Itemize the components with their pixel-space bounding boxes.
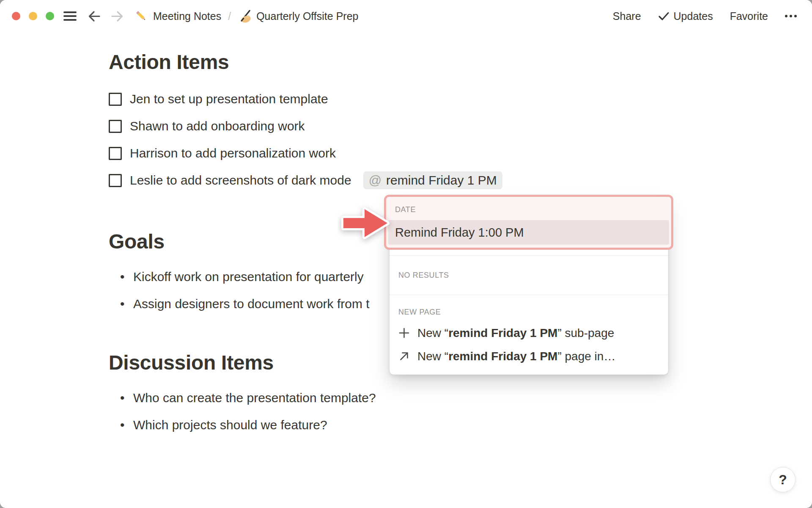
todo-checkbox[interactable]: [109, 147, 122, 160]
todo-checkbox[interactable]: [109, 93, 122, 106]
todo-item: Harrison to add personalization work: [109, 140, 812, 167]
no-results-section: NO RESULTS: [390, 256, 668, 295]
todo-item: Shawn to add onboarding work: [109, 113, 812, 140]
breadcrumb-item-quarterly-offsite-prep[interactable]: Quarterly Offsite Prep: [238, 9, 358, 23]
todo-text: Harrison to add personalization work: [130, 146, 336, 160]
list-item-text: Kickoff work on presentation for quarter…: [133, 270, 364, 284]
app-window: Meeting Notes / Quarterly Offsite Prep S…: [0, 0, 812, 508]
todo-checkbox[interactable]: [109, 174, 122, 187]
date-section-label: DATE: [388, 199, 669, 220]
list-item-text: Assign designers to document work from t: [133, 297, 370, 311]
more-dots-icon: [785, 15, 787, 17]
forward-button[interactable]: [110, 11, 124, 22]
todo-text: Leslie to add screenshots of dark mode: [130, 173, 351, 188]
help-button[interactable]: ?: [770, 467, 796, 492]
new-page-label: NEW PAGE: [390, 303, 668, 321]
todo-checkbox[interactable]: [109, 120, 122, 133]
heading-action-items: Action Items: [109, 50, 812, 75]
writing-hand-icon: [238, 9, 251, 23]
date-suggestion-highlight: DATE Remind Friday 1:00 PM: [384, 195, 673, 250]
callout-arrow-icon: [337, 202, 394, 247]
at-icon: @: [369, 173, 381, 188]
updates-button[interactable]: Updates: [658, 10, 713, 22]
mention-text: remind Friday 1 PM: [386, 173, 497, 188]
todo-text: Shawn to add onboarding work: [130, 119, 305, 133]
menu-item-new-sub-page[interactable]: New “remind Friday 1 PM” sub-page: [390, 321, 668, 345]
arrow-up-right-icon: [398, 351, 409, 362]
plus-icon: [398, 328, 409, 338]
breadcrumb-separator: /: [228, 10, 231, 22]
bullet-icon: •: [120, 297, 133, 311]
back-button[interactable]: [88, 11, 101, 22]
breadcrumb: Meeting Notes / Quarterly Offsite Prep: [135, 9, 358, 23]
forward-arrow-icon: [110, 11, 124, 22]
zoom-window-button[interactable]: [46, 12, 54, 20]
no-results-label: NO RESULTS: [398, 271, 449, 280]
pencil-icon: [135, 10, 148, 23]
bullet-icon: •: [120, 418, 133, 432]
favorite-button[interactable]: Favorite: [730, 10, 768, 22]
more-options-button[interactable]: [785, 13, 797, 19]
breadcrumb-label: Meeting Notes: [153, 10, 221, 22]
todo-item: Jen to set up presentation template: [109, 86, 812, 113]
sidebar-menu-icon[interactable]: [63, 11, 77, 21]
menu-item-text: New “remind Friday 1 PM” sub-page: [417, 326, 614, 340]
list-item: • Which projects should we feature?: [109, 411, 812, 439]
todo-list: Jen to set up presentation template Shaw…: [109, 86, 812, 194]
menu-item-remind-friday[interactable]: Remind Friday 1:00 PM: [388, 220, 669, 245]
discussion-list: • Who can create the presentation templa…: [109, 384, 812, 439]
top-bar: Meeting Notes / Quarterly Offsite Prep S…: [0, 0, 812, 32]
question-mark-icon: ?: [779, 472, 787, 488]
check-icon: [658, 11, 669, 21]
date-mention-chip[interactable]: @ remind Friday 1 PM: [363, 171, 502, 189]
bullet-icon: •: [120, 270, 133, 284]
todo-item: Leslie to add screenshots of dark mode @…: [109, 167, 812, 194]
menu-item-text: New “remind Friday 1 PM” page in…: [417, 350, 615, 363]
back-arrow-icon: [88, 11, 101, 22]
bullet-icon: •: [120, 391, 133, 405]
list-item: • Who can create the presentation templa…: [109, 384, 812, 411]
todo-text: Jen to set up presentation template: [130, 92, 328, 106]
list-item-text: Which projects should we feature?: [133, 418, 327, 432]
minimize-window-button[interactable]: [29, 12, 37, 20]
close-window-button[interactable]: [12, 12, 20, 20]
breadcrumb-item-meeting-notes[interactable]: Meeting Notes: [135, 10, 221, 23]
new-page-section: NEW PAGE New “remind Friday 1 PM” sub-pa…: [390, 295, 668, 368]
topbar-actions: Share Updates Favorite: [613, 10, 797, 22]
breadcrumb-label: Quarterly Offsite Prep: [256, 10, 358, 22]
list-item-text: Who can create the presentation template…: [133, 391, 376, 405]
window-controls: [12, 12, 54, 20]
menu-item-new-page-in[interactable]: New “remind Friday 1 PM” page in…: [390, 345, 668, 368]
share-button[interactable]: Share: [613, 10, 641, 22]
